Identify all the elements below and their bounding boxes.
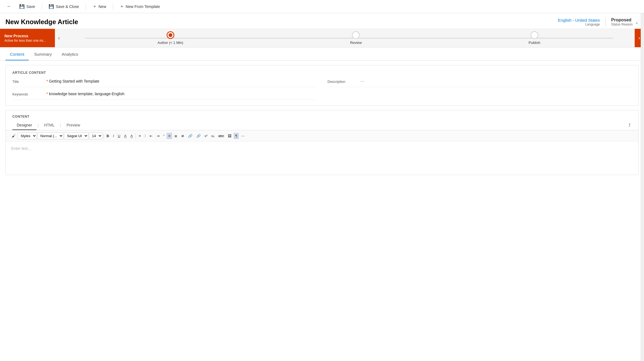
superscript-button[interactable]: x²: [203, 133, 209, 139]
font-size-select[interactable]: 14: [89, 132, 102, 139]
step-circle-publish: [531, 31, 538, 39]
save-close-label: Save & Close: [56, 4, 79, 9]
article-content-section: ARTICLE CONTENT Title * Getting Started …: [5, 65, 639, 106]
editor-tab-sep-2: |: [59, 123, 62, 128]
step-circle-review: [352, 31, 360, 39]
save-label: Save: [26, 4, 35, 9]
description-row: Description ---: [327, 79, 632, 87]
special-char-button[interactable]: ¶: [234, 133, 239, 139]
save-close-button[interactable]: 💾 Save & Close: [45, 2, 82, 11]
keywords-required: *: [46, 92, 48, 96]
link-button[interactable]: 🔗: [186, 133, 194, 139]
page-header: New Knowledge Article English - United S…: [0, 13, 644, 29]
editor-placeholder: Enter text...: [11, 146, 31, 151]
language-label: Language: [558, 22, 600, 26]
article-fields-right: Description ---: [327, 79, 632, 100]
editor-body[interactable]: Enter text...: [6, 142, 638, 175]
new-template-icon: ＋: [120, 4, 124, 9]
step-circle-author: [167, 31, 174, 39]
process-nav-left-button[interactable]: ‹: [55, 29, 63, 47]
tab-analytics[interactable]: Analytics: [57, 49, 83, 60]
editor-tab-html[interactable]: HTML: [40, 121, 59, 130]
language-link[interactable]: English - United States: [558, 18, 600, 22]
step-label-publish: Publish: [529, 41, 541, 45]
outdent-button[interactable]: ⇤: [148, 133, 154, 139]
align-left-button[interactable]: ≡: [137, 133, 142, 139]
description-label: Description: [327, 79, 360, 84]
editor-toolbar: 🖌 Styles Normal (... Segoe UI 14 B I U A…: [6, 130, 638, 142]
process-label[interactable]: New Process Active for less than one mi.…: [0, 29, 55, 47]
paragraph-format-select[interactable]: Normal (...: [37, 132, 63, 139]
keywords-row: Keywords * knowledge base template, lang…: [12, 92, 317, 100]
image-button[interactable]: 🖼: [226, 133, 233, 139]
new-from-template-label: New From Template: [126, 4, 160, 9]
article-content-title: ARTICLE CONTENT: [12, 71, 632, 75]
font-color-button[interactable]: A̲: [129, 133, 135, 139]
indent-button[interactable]: ⇥: [155, 133, 161, 139]
process-bar: New Process Active for less than one mi.…: [0, 29, 644, 47]
title-required: *: [46, 79, 48, 83]
main-content: ARTICLE CONTENT Title * Getting Started …: [0, 61, 644, 184]
styles-select[interactable]: Styles: [18, 132, 37, 139]
editor-section-title: CONTENT: [6, 110, 638, 121]
new-icon: ＋: [93, 4, 97, 9]
description-value[interactable]: ---: [360, 79, 632, 83]
align-right-button[interactable]: ≢: [180, 133, 186, 139]
content-tabs: Content Summary Analytics: [0, 49, 644, 61]
process-step-review: Review: [350, 31, 362, 45]
format-paint-button[interactable]: 🖌: [10, 133, 17, 139]
status-dropdown-button[interactable]: ⌄: [635, 19, 639, 25]
vertical-scrollbar[interactable]: [641, 13, 644, 184]
page-title: New Knowledge Article: [5, 18, 78, 26]
toolbar-separator-1: [42, 3, 42, 10]
process-subtitle: Active for less than one mi...: [4, 39, 51, 43]
new-button[interactable]: ＋ New: [89, 2, 110, 11]
tab-summary[interactable]: Summary: [30, 49, 56, 60]
keywords-label: Keywords: [12, 92, 45, 96]
toolbar-separator-2: [86, 3, 86, 10]
new-label: New: [99, 4, 106, 9]
editor-tab-designer[interactable]: Designer: [12, 121, 37, 130]
process-steps: Author (< 1 Min) Review Publish: [63, 29, 635, 47]
save-close-icon: 💾: [49, 4, 54, 9]
step-label-review: Review: [350, 41, 362, 45]
font-select[interactable]: Segoe UI: [64, 132, 88, 139]
bold-button[interactable]: B: [105, 133, 111, 139]
align-center-button[interactable]: ≣: [173, 133, 179, 139]
save-button[interactable]: 💾 Save: [16, 2, 38, 11]
expand-editor-button[interactable]: ⤴: [627, 122, 632, 129]
title-label: Title: [12, 79, 45, 84]
highlight-button[interactable]: A̲: [122, 133, 128, 139]
unlink-button[interactable]: 🔗: [195, 133, 202, 139]
tab-content[interactable]: Content: [5, 49, 29, 60]
process-name: New Process: [4, 34, 51, 38]
strikethrough-button[interactable]: abc: [217, 133, 226, 139]
status-label: Status Reason: [611, 22, 633, 26]
toolbar-sep-2: [136, 133, 136, 139]
top-toolbar: ← 💾 Save 💾 Save & Close ＋ New ＋ New From…: [0, 0, 644, 13]
toolbar-sep-1: [103, 133, 104, 139]
underline-button[interactable]: U: [116, 133, 122, 139]
quote-button[interactable]: “: [162, 133, 166, 139]
editor-tab-preview[interactable]: Preview: [62, 121, 85, 130]
step-label-author: Author (< 1 Min): [158, 41, 183, 45]
keywords-value[interactable]: knowledge base template, language-Englis…: [49, 92, 317, 96]
header-right: English - United States Language Propose…: [558, 18, 639, 26]
status-section: Proposed Status Reason ⌄: [606, 18, 639, 26]
subscript-button[interactable]: x₂: [210, 133, 216, 139]
editor-tab-sep-1: |: [37, 123, 40, 128]
editor-tabs: Designer | HTML | Preview ⤴: [6, 121, 638, 130]
align-left-active-button[interactable]: ≡: [167, 133, 172, 139]
italic-button[interactable]: I: [111, 133, 116, 139]
back-button[interactable]: ←: [4, 2, 14, 10]
title-value[interactable]: Getting Started with Template: [49, 79, 317, 83]
title-row: Title * Getting Started with Template: [12, 79, 317, 87]
article-fields-left: Title * Getting Started with Template Ke…: [12, 79, 317, 100]
new-from-template-button[interactable]: ＋ New From Template: [116, 2, 163, 11]
content-editor-section: CONTENT Designer | HTML | Preview ⤴ 🖌 St…: [5, 110, 639, 175]
process-step-publish: Publish: [529, 31, 541, 45]
list-button[interactable]: ⁝: [143, 133, 147, 139]
toolbar-separator-3: [113, 3, 113, 10]
process-step-author: Author (< 1 Min): [158, 31, 183, 45]
more-button[interactable]: ⋯: [239, 133, 246, 139]
